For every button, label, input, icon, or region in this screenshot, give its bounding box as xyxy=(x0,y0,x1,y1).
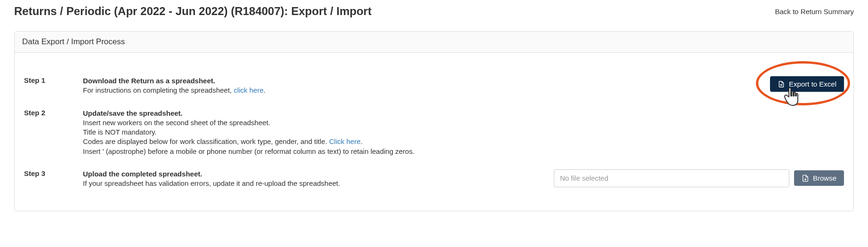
step-2-click-here-link[interactable]: Click here xyxy=(329,137,361,145)
step-1-text-post: . xyxy=(264,86,266,94)
browse-button[interactable]: Browse xyxy=(794,170,844,186)
svg-rect-2 xyxy=(781,84,781,86)
export-to-excel-button[interactable]: Export to Excel xyxy=(770,76,844,92)
step-3-bold: Upload the completed spreadsheet. xyxy=(83,170,202,178)
step-1-label: Step 1 xyxy=(24,76,83,84)
file-upload-icon xyxy=(802,175,809,182)
step-3-row: Step 3 Upload the completed spreadsheet.… xyxy=(24,169,844,189)
step-2-line1: Insert new workers on the second sheet o… xyxy=(83,119,270,127)
step-1-bold: Download the Return as a spreadsheet. xyxy=(83,77,215,85)
step-1-click-here-link[interactable]: click here xyxy=(234,86,263,94)
step-3-content: Upload the completed spreadsheet. If you… xyxy=(83,169,431,189)
step-1-text-pre: For instructions on completing the sprea… xyxy=(83,86,234,94)
step-2-row: Step 2 Update/save the spreadsheet. Inse… xyxy=(24,109,844,156)
step-1-content: Download the Return as a spreadsheet. Fo… xyxy=(83,76,761,96)
file-selected-input[interactable] xyxy=(554,169,789,187)
step-1-row: Step 1 Download the Return as a spreadsh… xyxy=(24,76,844,96)
panel-title: Data Export / Import Process xyxy=(15,32,853,53)
export-button-label: Export to Excel xyxy=(789,80,836,88)
step-2-label: Step 2 xyxy=(24,109,83,117)
step-2-line2: Title is NOT mandatory. xyxy=(83,128,156,136)
browse-button-label: Browse xyxy=(813,174,836,182)
export-import-panel: Data Export / Import Process Step 1 Down… xyxy=(14,31,854,211)
step-2-bold: Update/save the spreadsheet. xyxy=(83,109,183,117)
step-2-line3-pre: Codes are displayed below for work class… xyxy=(83,137,329,145)
step-2-line3-post: . xyxy=(360,137,362,145)
step-3-label: Step 3 xyxy=(24,169,83,177)
step-3-line1: If your spreadsheet has validation error… xyxy=(83,179,340,187)
step-2-content: Update/save the spreadsheet. Insert new … xyxy=(83,109,844,156)
spreadsheet-icon xyxy=(778,80,785,88)
page-title: Returns / Periodic (Apr 2022 - Jun 2022)… xyxy=(14,5,372,18)
step-2-line4: Insert ' (apostrophe) before a mobile or… xyxy=(83,147,414,155)
back-to-summary-link[interactable]: Back to Return Summary xyxy=(775,8,854,16)
